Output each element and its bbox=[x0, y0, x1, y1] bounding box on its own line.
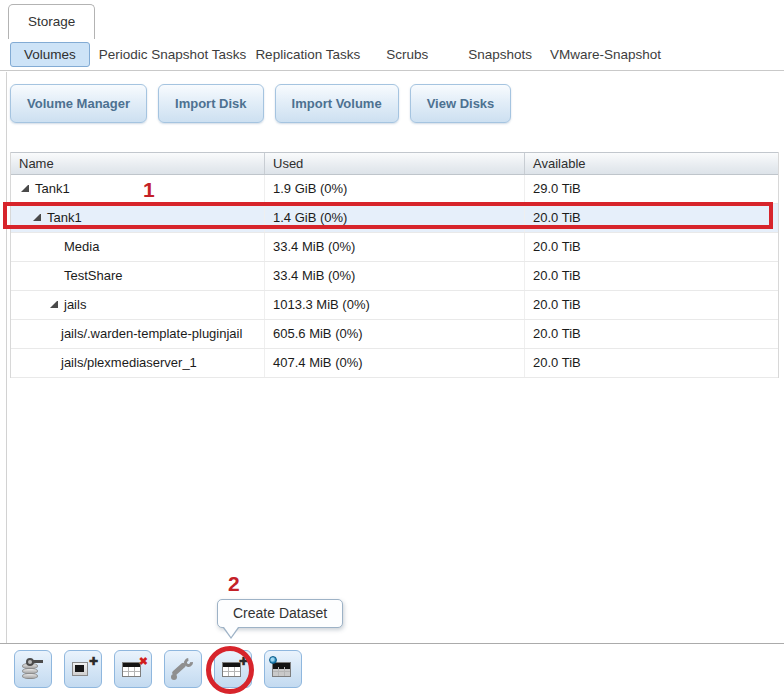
edit-options-button[interactable] bbox=[164, 650, 202, 688]
tab-vmware-snapshot[interactable]: VMware-Snapshot bbox=[550, 47, 661, 62]
column-header-available[interactable]: Available bbox=[525, 153, 778, 174]
freenas-storage-screen: Storage Volumes Periodic Snapshot Tasks … bbox=[0, 0, 784, 698]
storage-subtab-bar: Volumes Periodic Snapshot Tasks Replicat… bbox=[0, 39, 784, 71]
table-row-tank1-pool[interactable]: Tank1 1.9 GiB (0%) 29.0 TiB bbox=[11, 175, 778, 204]
create-dataset-icon: ✚ bbox=[221, 658, 245, 680]
panel-bottom-border bbox=[0, 643, 784, 644]
import-disk-button[interactable]: Import Disk bbox=[158, 84, 264, 123]
volume-encryption-key-icon bbox=[21, 658, 45, 680]
annotation-step-2: 2 bbox=[228, 572, 240, 596]
column-header-name[interactable]: Name bbox=[11, 153, 265, 174]
cell-used: 1.4 GiB (0%) bbox=[265, 204, 525, 232]
tooltip-pointer-fill bbox=[224, 627, 238, 637]
cell-name: Tank1 bbox=[11, 175, 265, 203]
tab-replication-tasks[interactable]: Replication Tasks bbox=[255, 47, 360, 62]
cell-used: 33.4 MiB (0%) bbox=[265, 262, 525, 290]
table-row-media[interactable]: Media 33.4 MiB (0%) 20.0 TiB bbox=[11, 233, 778, 262]
cell-used: 33.4 MiB (0%) bbox=[265, 233, 525, 261]
cell-used: 407.4 MiB (0%) bbox=[265, 349, 525, 377]
tab-snapshots[interactable]: Snapshots bbox=[468, 47, 532, 62]
dataset-actions-toolbar: ✚ ✖ ✚ bbox=[14, 650, 302, 688]
tab-storage[interactable]: Storage bbox=[8, 4, 95, 39]
tab-volumes[interactable]: Volumes bbox=[10, 42, 90, 67]
cell-available: 20.0 TiB bbox=[525, 204, 778, 232]
table-row-plexmediaserver[interactable]: jails/plexmediaserver_1 407.4 MiB (0%) 2… bbox=[11, 349, 778, 378]
panel-left-border bbox=[6, 72, 7, 643]
column-header-used[interactable]: Used bbox=[265, 153, 525, 174]
view-disks-button[interactable]: View Disks bbox=[410, 84, 512, 123]
volume-encryption-key-button[interactable] bbox=[14, 650, 52, 688]
volumes-table-header: Name Used Available bbox=[11, 152, 778, 175]
table-row-jails[interactable]: jails 1013.3 MiB (0%) 20.0 TiB bbox=[11, 291, 778, 320]
dataset-name: jails/.warden-template-pluginjail bbox=[61, 326, 242, 341]
cell-available: 20.0 TiB bbox=[525, 262, 778, 290]
cell-available: 20.0 TiB bbox=[525, 233, 778, 261]
indent-spacer bbox=[50, 268, 58, 269]
create-dataset-button[interactable]: ✚ bbox=[214, 650, 252, 688]
volumes-table: Name Used Available Tank1 1.9 GiB (0%) 2… bbox=[10, 152, 779, 378]
destroy-dataset-button[interactable]: ✖ bbox=[114, 650, 152, 688]
volume-actions-row: Volume Manager Import Disk Import Volume… bbox=[10, 84, 511, 123]
cell-name: jails bbox=[11, 291, 265, 319]
annotation-step-1: 1 bbox=[143, 178, 155, 202]
table-row-warden-template[interactable]: jails/.warden-template-pluginjail 605.6 … bbox=[11, 320, 778, 349]
create-zvol-button[interactable] bbox=[264, 650, 302, 688]
table-row-tank1-dataset[interactable]: Tank1 1.4 GiB (0%) 20.0 TiB bbox=[11, 204, 778, 233]
cell-available: 20.0 TiB bbox=[525, 320, 778, 348]
tab-scrubs[interactable]: Scrubs bbox=[386, 47, 428, 62]
dataset-name: Tank1 bbox=[47, 210, 82, 225]
volume-manager-button[interactable]: Volume Manager bbox=[10, 84, 147, 123]
cell-name: jails/.warden-template-pluginjail bbox=[11, 320, 265, 348]
cell-used: 605.6 MiB (0%) bbox=[265, 320, 525, 348]
expand-collapse-icon[interactable] bbox=[50, 301, 58, 308]
cell-available: 29.0 TiB bbox=[525, 175, 778, 203]
cell-name: Tank1 bbox=[11, 204, 265, 232]
import-volume-button[interactable]: Import Volume bbox=[275, 84, 399, 123]
dataset-name: Tank1 bbox=[35, 181, 70, 196]
create-zvol-icon bbox=[271, 658, 295, 680]
expand-collapse-icon[interactable] bbox=[33, 214, 41, 221]
dataset-name: jails/plexmediaserver_1 bbox=[61, 355, 197, 370]
dataset-name: TestShare bbox=[64, 268, 123, 283]
edit-options-wrench-icon bbox=[171, 658, 195, 680]
indent-spacer bbox=[50, 239, 58, 240]
destroy-dataset-icon: ✖ bbox=[121, 658, 145, 680]
table-row-testshare[interactable]: TestShare 33.4 MiB (0%) 20.0 TiB bbox=[11, 262, 778, 291]
create-dataset-tooltip: Create Dataset bbox=[217, 599, 343, 628]
cell-available: 20.0 TiB bbox=[525, 291, 778, 319]
tab-periodic-snapshot-tasks[interactable]: Periodic Snapshot Tasks bbox=[99, 47, 247, 62]
dataset-name: jails bbox=[64, 297, 86, 312]
create-snapshot-icon: ✚ bbox=[71, 658, 95, 680]
cell-name: jails/plexmediaserver_1 bbox=[11, 349, 265, 377]
create-snapshot-button[interactable]: ✚ bbox=[64, 650, 102, 688]
cell-used: 1013.3 MiB (0%) bbox=[265, 291, 525, 319]
cell-used: 1.9 GiB (0%) bbox=[265, 175, 525, 203]
cell-name: Media bbox=[11, 233, 265, 261]
expand-collapse-icon[interactable] bbox=[21, 185, 29, 192]
cell-available: 20.0 TiB bbox=[525, 349, 778, 377]
dataset-name: Media bbox=[64, 239, 99, 254]
cell-name: TestShare bbox=[11, 262, 265, 290]
